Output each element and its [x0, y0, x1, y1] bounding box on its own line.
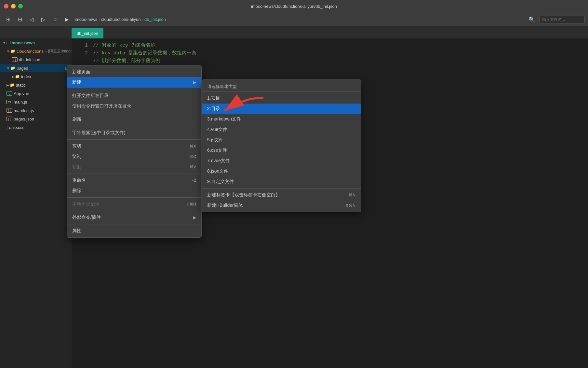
submenu-label-custom: 9.自定义文件	[207, 179, 234, 185]
sidebar-item-pages-json[interactable]: [ ] pages.json	[0, 115, 72, 123]
menu-sep-4	[67, 139, 201, 140]
menu-item-delete[interactable]: 删除	[67, 186, 201, 196]
sidebar-item-cloudfunctions[interactable]: ▼ 📁 cloudfunctions – [阿里云:imooc-news-wan…	[0, 47, 72, 55]
menu-label-new: 新建	[72, 79, 81, 85]
search-file-icon[interactable]: 🔍	[527, 15, 537, 24]
sidebar: ▼ □ imooc-news ▼ 📁 cloudfunctions – [阿里云…	[0, 38, 72, 368]
sidebar-item-db-init[interactable]: [ ] db_init.json	[0, 55, 72, 64]
submenu-item-js[interactable]: 5.js文件	[202, 135, 361, 145]
pages-json-label: pages.json	[14, 117, 34, 121]
submenu-item-project[interactable]: 1.项目	[202, 93, 361, 104]
menu-shortcut-local-history: ⇧⌘H	[186, 202, 196, 206]
menu-sep-8	[67, 224, 201, 224]
submenu-item-json[interactable]: 8.json文件	[202, 166, 361, 177]
folder-icon: 📁	[10, 83, 15, 87]
search-file-input[interactable]	[539, 16, 585, 23]
submenu-item-css[interactable]: 6.css文件	[202, 145, 361, 156]
window-title: imooc-news/cloudfunctions-aliyun/db_init…	[251, 4, 337, 9]
sidebar-item-app-vue[interactable]: V App.vue	[0, 89, 72, 98]
breadcrumb-file[interactable]: db_init.json	[144, 17, 166, 22]
sidebar-item-project[interactable]: ▼ □ imooc-news	[0, 38, 72, 47]
menu-item-properties[interactable]: 属性	[67, 226, 201, 236]
submenu-new-type: 请选择新建类型 1.项目 2.目录 3.markdown文件 4.vue文件 5…	[202, 79, 361, 212]
forward-icon[interactable]: ▷	[38, 15, 48, 24]
toolbar: ⊞ ⊟ ◁ ▷ ☆ ▶ imooc-news › cloudfunctions-…	[0, 12, 588, 27]
toolbar-right: 🔍	[527, 15, 585, 24]
menu-item-new-page[interactable]: 新建页面	[67, 67, 201, 77]
context-menu-main: 新建页面 新建 ▶ 打开文件所在目录 使用命令行窗口打开所在目录 刷新 字符搜索…	[67, 65, 202, 238]
js-badge: JS	[7, 100, 12, 104]
submenu-item-directory[interactable]: 2.目录	[202, 104, 361, 114]
breadcrumb-folder[interactable]: cloudfunctions-aliyun	[101, 17, 140, 22]
submenu-label-json: 8.json文件	[207, 168, 228, 174]
menu-item-char-search[interactable]: 字符搜索(选中目录或文件)	[67, 128, 201, 138]
minimize-button[interactable]	[11, 4, 16, 8]
sidebar-item-pages[interactable]: ▼ 📁 pages ⊞	[0, 64, 72, 72]
main-js-label: main.js	[14, 100, 27, 105]
submenu-label-js: 5.js文件	[207, 137, 223, 143]
menu-sep-7	[67, 211, 201, 211]
menu-label-external-cmd: 外部命令/插件	[72, 215, 101, 220]
close-button[interactable]	[4, 4, 8, 8]
submenu-label-directory: 2.目录	[207, 106, 220, 112]
tab-db-init[interactable]: db_init.json	[72, 28, 103, 38]
menu-item-paste[interactable]: 粘贴 ⌘V	[67, 162, 201, 172]
submenu-item-new-hbuilder[interactable]: 新建HBuilder窗体 ⇧⌘N	[202, 200, 361, 211]
submenu-header: 请选择新建类型	[202, 81, 361, 92]
save-icon[interactable]: ⊟	[15, 15, 25, 24]
code-text: // key.data 是集合的记录数据，数组内一条	[93, 50, 196, 57]
pages-label: pages	[17, 66, 28, 71]
code-line-3: // 以部分数据、部分字段为例	[78, 57, 581, 65]
project-icon[interactable]: ⊞	[3, 15, 13, 24]
chevron-down-icon: ▼	[7, 50, 10, 53]
menu-label-open-dir: 打开文件所在目录	[72, 93, 109, 99]
menu-item-new[interactable]: 新建 ▶	[67, 77, 201, 88]
code-text: // 对象的 key 为集合名称	[93, 42, 155, 50]
json-badge: [ ]	[12, 57, 18, 62]
breadcrumb-project[interactable]: imooc-news	[75, 17, 97, 22]
menu-item-copy[interactable]: 复制 ⌘C	[67, 151, 201, 162]
bookmark-icon[interactable]: ☆	[50, 15, 60, 24]
submenu-label-new-tab: 新建标签卡【双击标签卡右侧空白】	[207, 192, 280, 198]
maximize-button[interactable]	[18, 4, 23, 8]
submenu-item-vue[interactable]: 4.vue文件	[202, 124, 361, 135]
submenu-label-css: 6.css文件	[207, 148, 227, 153]
menu-sep-6	[67, 197, 201, 198]
arrow-icon: ▶	[193, 80, 196, 85]
tab-label: db_init.json	[77, 31, 98, 36]
breadcrumb: imooc-news › cloudfunctions-aliyun › db_…	[75, 17, 166, 22]
folder-icon: 📁	[10, 49, 15, 53]
sidebar-item-uni-scss[interactable]: ∫ uni.scss	[0, 123, 72, 132]
menu-item-external-cmd[interactable]: 外部命令/插件 ▶	[67, 212, 201, 223]
back-icon[interactable]: ◁	[27, 15, 36, 24]
submenu-item-new-tab[interactable]: 新建标签卡【双击标签卡右侧空白】 ⌘N	[202, 190, 361, 200]
submenu-label-project: 1.项目	[207, 95, 220, 101]
menu-item-open-terminal[interactable]: 使用命令行窗口打开所在目录	[67, 101, 201, 111]
run-icon[interactable]: ▶	[62, 15, 72, 24]
menu-shortcut-rename: F2	[192, 178, 196, 183]
submenu-label-markdown: 3.markdown文件	[207, 116, 241, 122]
submenu-item-markdown[interactable]: 3.markdown文件	[202, 114, 361, 124]
folder-icon: 📁	[10, 66, 15, 70]
sidebar-item-manifest[interactable]: [ ] manifest.js	[0, 106, 72, 115]
menu-item-local-history[interactable]: 本地历史记录 ⇧⌘H	[67, 199, 201, 209]
menu-label-delete: 删除	[72, 188, 81, 194]
menu-item-open-dir[interactable]: 打开文件所在目录	[67, 91, 201, 101]
menu-item-refresh[interactable]: 刷新	[67, 114, 201, 125]
submenu-item-custom[interactable]: 9.自定义文件	[202, 177, 361, 187]
menu-sep-2	[67, 113, 201, 113]
submenu-label-new-hbuilder: 新建HBuilder窗体	[207, 203, 243, 208]
sidebar-item-main-js[interactable]: JS main.js	[0, 98, 72, 106]
submenu-item-nvue[interactable]: 7.nvue文件	[202, 156, 361, 166]
menu-item-rename[interactable]: 重命名 F2	[67, 175, 201, 186]
line-number: 2	[78, 50, 88, 57]
cloudfunctions-label: cloudfunctions	[17, 49, 44, 54]
menu-label-rename: 重命名	[72, 177, 86, 183]
submenu-sep-1	[202, 188, 361, 189]
chevron-down-icon: ▼	[3, 41, 6, 45]
sidebar-item-static[interactable]: ▶ 📁 static	[0, 81, 72, 89]
menu-label-char-search: 字符搜索(选中目录或文件)	[72, 130, 125, 136]
sidebar-item-index[interactable]: ▶ 📁 index	[0, 72, 72, 81]
manifest-label: manifest.js	[14, 108, 34, 113]
menu-item-cut[interactable]: 剪切 ⌘X	[67, 141, 201, 151]
